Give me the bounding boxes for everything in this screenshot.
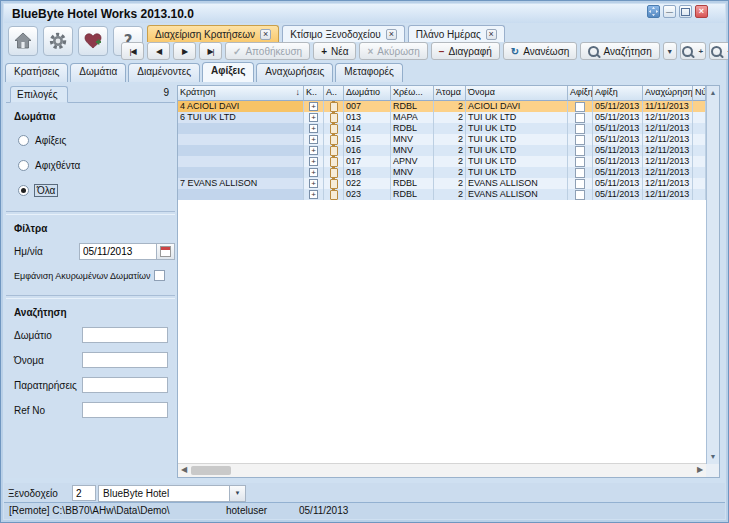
- expand-icon[interactable]: +: [309, 124, 318, 133]
- clipboard-icon[interactable]: [330, 146, 338, 156]
- close-icon[interactable]: ×: [386, 29, 397, 40]
- scroll-up-icon[interactable]: ▲: [707, 87, 719, 99]
- arrival-checkbox[interactable]: [575, 190, 585, 200]
- options-header-tab[interactable]: Επιλογές: [10, 86, 68, 103]
- view-tab-6[interactable]: Μεταφορές: [335, 63, 402, 82]
- expand-icon[interactable]: +: [309, 179, 318, 188]
- radio-option[interactable]: Αφίξεις: [18, 134, 175, 147]
- arrival-checkbox[interactable]: [575, 179, 585, 189]
- radio-icon[interactable]: [18, 185, 29, 196]
- horizontal-scrollbar[interactable]: ◀ ▶: [178, 463, 706, 477]
- expand-icon[interactable]: +: [309, 190, 318, 199]
- arrival-checkbox[interactable]: [575, 157, 585, 167]
- arrival-checkbox[interactable]: [575, 146, 585, 156]
- scroll-down-icon[interactable]: ▼: [707, 451, 719, 463]
- clipboard-icon[interactable]: [330, 179, 338, 189]
- show-cancelled-checkbox[interactable]: [154, 270, 165, 281]
- close-icon[interactable]: ×: [260, 29, 271, 40]
- close-icon[interactable]: ×: [486, 29, 497, 40]
- search-field-input[interactable]: [82, 327, 168, 343]
- search-field-input[interactable]: [82, 352, 168, 368]
- scroll-right-icon[interactable]: ▶: [694, 464, 706, 477]
- favorites-button[interactable]: [78, 26, 108, 56]
- cancel-button[interactable]: ×Ακύρωση: [359, 42, 427, 60]
- arrival-checkbox[interactable]: [575, 168, 585, 178]
- search-dropdown-button[interactable]: ▼: [663, 42, 677, 60]
- grid-row[interactable]: +014RDBL2TUI UK LTD05/11/201312/11/2013: [178, 123, 719, 134]
- expand-window-button[interactable]: [647, 5, 660, 18]
- grid-row[interactable]: +023RDBL2EVANS ALLISON05/11/201312/11/20…: [178, 189, 719, 200]
- clipboard-icon[interactable]: [330, 135, 338, 145]
- nav-last-button[interactable]: ▶|: [199, 42, 222, 60]
- hotel-number-input[interactable]: [72, 485, 96, 501]
- column-header[interactable]: Όνομα: [466, 86, 568, 101]
- close-button[interactable]: ×: [695, 5, 708, 18]
- search-field-input[interactable]: [82, 377, 168, 393]
- scrollbar-thumb[interactable]: [191, 466, 231, 475]
- new-button[interactable]: +Νέα: [313, 42, 356, 60]
- view-tab-2[interactable]: Δωμάτια: [70, 63, 126, 82]
- scroll-left-icon[interactable]: ◀: [178, 464, 190, 477]
- date-input[interactable]: [80, 245, 156, 258]
- nav-prev-button[interactable]: ◀: [147, 42, 170, 60]
- doc-tab[interactable]: Κτίσιμο Ξενοδοχείου×: [282, 25, 405, 42]
- clipboard-icon[interactable]: [330, 113, 338, 123]
- grid-row[interactable]: +017APNV2TUI UK LTD05/11/201312/11/2013: [178, 156, 719, 167]
- radio-option[interactable]: Αφιχθέντα: [18, 159, 175, 172]
- zoom-in-button[interactable]: +: [680, 42, 706, 60]
- column-header[interactable]: Κ..: [304, 86, 324, 101]
- arrival-checkbox[interactable]: [575, 102, 585, 112]
- arrival-checkbox[interactable]: [575, 113, 585, 123]
- minimize-button[interactable]: —: [663, 5, 676, 18]
- clipboard-icon[interactable]: [330, 124, 338, 134]
- grid-row[interactable]: +015MNV2TUI UK LTD05/11/201312/11/2013: [178, 134, 719, 145]
- save-button[interactable]: ✓Αποθήκευση: [225, 42, 310, 60]
- view-tab-3[interactable]: Διαμένοντες: [128, 63, 200, 82]
- arrival-checkbox[interactable]: [575, 135, 585, 145]
- nav-first-button[interactable]: |◀: [121, 42, 144, 60]
- hotel-select[interactable]: BlueByte Hotel ▼: [98, 485, 246, 502]
- clipboard-icon[interactable]: [330, 157, 338, 167]
- column-header[interactable]: Αναχώρηση: [643, 86, 693, 101]
- nav-next-button[interactable]: ▶: [173, 42, 196, 60]
- column-header[interactable]: Νύ: [693, 86, 706, 101]
- grid-row[interactable]: 6 TUI UK LTD+013MAPA2TUI UK LTD05/11/201…: [178, 112, 719, 123]
- column-header[interactable]: Κράτηση↓: [178, 86, 304, 101]
- search-field-input[interactable]: [82, 402, 168, 418]
- grid-row[interactable]: 7 EVANS ALLISON+022RDBL2EVANS ALLISON05/…: [178, 178, 719, 189]
- grid-row[interactable]: +018MNV2TUI UK LTD05/11/201312/11/2013: [178, 167, 719, 178]
- maximize-button[interactable]: [679, 5, 692, 18]
- column-header[interactable]: Δωμάτιο: [344, 86, 391, 101]
- settings-button[interactable]: [43, 26, 73, 56]
- expand-icon[interactable]: +: [309, 135, 318, 144]
- column-header[interactable]: Χρέω...: [391, 86, 434, 101]
- radio-icon[interactable]: [18, 160, 29, 171]
- expand-icon[interactable]: +: [309, 157, 318, 166]
- expand-icon[interactable]: +: [309, 113, 318, 122]
- view-tab-1[interactable]: Κρατήσεις: [5, 63, 68, 82]
- grid-row[interactable]: 4 ACIOLI DAVI+007RDBL2ACIOLI DAVI05/11/2…: [178, 101, 719, 112]
- clipboard-icon[interactable]: [330, 102, 338, 112]
- doc-tab[interactable]: Διαχείριση Κρατήσεων×: [147, 25, 279, 42]
- grid-row[interactable]: +016MNV2TUI UK LTD05/11/201312/11/2013: [178, 145, 719, 156]
- doc-tab[interactable]: Πλάνο Ημέρας×: [408, 25, 505, 42]
- home-button[interactable]: [8, 26, 38, 56]
- search-button[interactable]: Αναζήτηση: [580, 42, 659, 60]
- refresh-button[interactable]: ↻Ανανέωση: [503, 42, 578, 60]
- clipboard-icon[interactable]: [330, 190, 338, 200]
- clipboard-icon[interactable]: [330, 168, 338, 178]
- column-header[interactable]: Αφίξη: [593, 86, 643, 101]
- view-tab-5[interactable]: Αναχωρήσεις: [256, 63, 333, 82]
- expand-icon[interactable]: +: [309, 146, 318, 155]
- expand-icon[interactable]: +: [309, 168, 318, 177]
- delete-button[interactable]: −Διαγραφή: [431, 42, 500, 60]
- radio-option[interactable]: Όλα: [18, 184, 175, 197]
- expand-icon[interactable]: +: [309, 102, 318, 111]
- column-header[interactable]: Αφίξη: [568, 86, 593, 101]
- arrival-checkbox[interactable]: [575, 124, 585, 134]
- column-header[interactable]: Α..: [324, 86, 344, 101]
- zoom-out-button[interactable]: −: [709, 42, 729, 60]
- view-tab-4[interactable]: Αφίξεις: [202, 62, 254, 82]
- calendar-button[interactable]: [156, 244, 174, 259]
- column-header[interactable]: Άτομα: [434, 86, 466, 101]
